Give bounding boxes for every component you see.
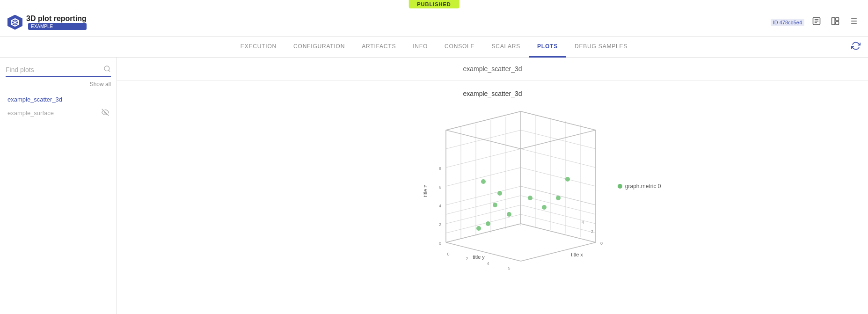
svg-point-83 [493,203,497,207]
header: 3D plot reporting EXAMPLE ID 478cb5e4 [0,8,868,37]
svg-point-14 [104,66,109,71]
id-label: ID [773,20,778,25]
plot-svg-wrapper: graph.metric 0 [306,107,680,266]
svg-text:2: 2 [466,256,468,261]
svg-text:4: 4 [582,220,584,225]
svg-line-55 [521,224,596,242]
nav-tabs: EXECUTION CONFIGURATION ARTIFACTS INFO C… [0,37,868,58]
header-logo: 3D plot reporting EXAMPLE [7,15,87,30]
tab-console[interactable]: CONSOLE [436,37,483,58]
svg-line-18 [446,214,521,233]
svg-text:0: 0 [447,252,449,256]
svg-line-58 [446,111,521,130]
plot-section-title: example_scatter_3d [117,58,868,80]
refresh-icon[interactable] [851,41,861,53]
id-value: 478cb5e4 [780,20,802,25]
tab-configuration[interactable]: CONFIGURATION [285,37,353,58]
svg-line-36 [446,149,521,168]
svg-point-88 [565,177,570,182]
search-input[interactable] [6,66,103,73]
sidebar-item-scatter3d[interactable]: example_scatter_3d [6,93,111,106]
plot-chart-title: example_scatter_3d [463,90,522,97]
legend-dot [618,184,622,189]
svg-text:2: 2 [438,222,441,227]
sidebar: Show all example_scatter_3d example_surf… [0,58,117,314]
description-icon[interactable] [810,15,823,30]
hide-icon [102,109,109,117]
search-icon[interactable] [103,65,111,74]
main-layout: Show all example_scatter_3d example_surf… [0,58,868,314]
svg-point-90 [486,221,490,226]
svg-text:title y: title y [473,254,485,260]
tab-debug-samples[interactable]: DEBUG SAMPLES [566,37,636,58]
svg-point-81 [481,179,486,184]
header-actions: ID 478cb5e4 [771,15,861,30]
content-area: example_scatter_3d example_scatter_3d gr… [117,58,868,314]
svg-line-41 [521,205,596,224]
svg-line-54 [446,224,521,242]
svg-text:2: 2 [591,229,593,234]
published-banner: PUBLISHED [408,0,460,8]
svg-rect-8 [832,18,835,25]
svg-text:4: 4 [438,204,441,208]
svg-point-87 [556,196,561,200]
example-badge: EXAMPLE [28,23,87,30]
legend: graph.metric 0 [618,183,661,190]
sidebar-item-scatter3d-label: example_scatter_3d [7,96,62,103]
sidebar-item-surface[interactable]: example_surface [6,106,111,120]
tab-scalars[interactable]: SCALARS [483,37,529,58]
svg-line-15 [109,70,110,72]
svg-rect-9 [836,18,839,21]
svg-line-46 [521,149,596,168]
sidebar-item-surface-label: example_surface [7,110,54,117]
svg-line-59 [521,111,596,130]
legend-label: graph.metric 0 [625,183,661,190]
svg-line-57 [521,242,596,261]
menu-icon[interactable] [847,15,861,30]
svg-text:6: 6 [438,185,441,190]
svg-point-86 [542,205,547,210]
svg-rect-10 [836,22,839,25]
svg-text:8: 8 [438,166,441,171]
show-all-button[interactable]: Show all [6,81,111,88]
task-id: ID 478cb5e4 [771,19,804,26]
svg-text:title x: title x [571,252,583,257]
tab-artifacts[interactable]: ARTIFACTS [353,37,404,58]
tab-execution[interactable]: EXECUTION [232,37,285,58]
scatter3d-plot: title z title x title y 0 2 4 6 8 0 2 4 [376,107,610,266]
svg-text:5: 5 [508,266,510,270]
svg-text:4: 4 [487,261,489,266]
svg-point-89 [476,226,481,231]
tab-info[interactable]: INFO [404,37,436,58]
svg-line-20 [446,196,521,214]
svg-point-84 [507,212,511,217]
svg-point-85 [528,196,532,200]
svg-line-47 [521,168,596,186]
layout-icon[interactable] [829,15,842,30]
app-title: 3D plot reporting [26,15,87,23]
svg-line-40 [521,214,596,233]
plot-container: example_scatter_3d graph.metric 0 [117,80,868,275]
svg-text:title z: title z [423,185,428,197]
search-box [6,65,111,77]
svg-text:0: 0 [600,241,603,246]
svg-point-82 [497,191,502,196]
svg-text:0: 0 [438,241,441,246]
tab-plots[interactable]: PLOTS [529,37,566,58]
svg-line-21 [446,186,521,205]
app-logo-icon [7,15,22,30]
